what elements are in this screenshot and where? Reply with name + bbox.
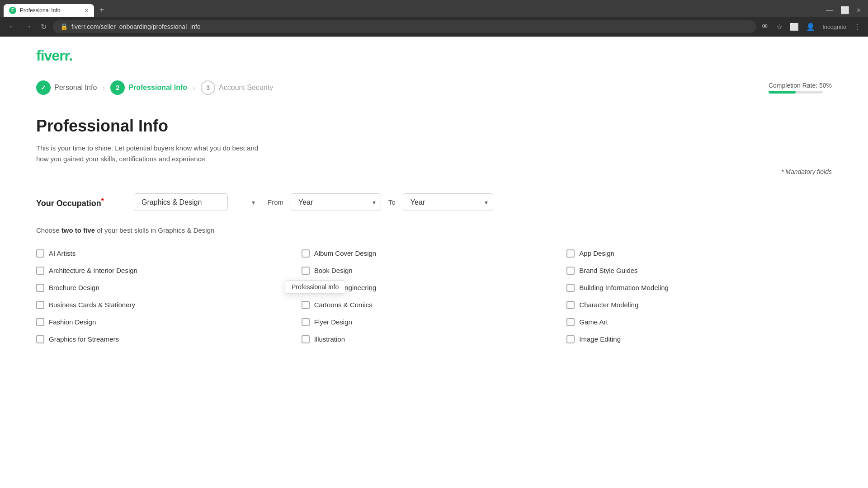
skill-app-design[interactable]: App Design (566, 245, 832, 262)
to-year-select-wrapper[interactable]: Year ▾ (403, 193, 493, 211)
nav-forward-button[interactable]: → (22, 21, 34, 33)
nav-back-button[interactable]: ← (5, 21, 18, 33)
skill-building-engineering-checkbox[interactable] (302, 284, 310, 292)
skill-flyer-design[interactable]: Flyer Design (302, 314, 567, 331)
skill-building-information-modeling[interactable]: Building Information Modeling (566, 279, 832, 296)
skill-app-design-checkbox[interactable] (566, 249, 575, 258)
occupation-select[interactable]: Graphics & Design Programming & Tech Dig… (134, 193, 228, 211)
window-maximize-button[interactable]: ⬜ (837, 5, 853, 15)
occupation-select-wrapper[interactable]: Graphics & Design Programming & Tech Dig… (134, 193, 260, 211)
skill-flyer-design-checkbox[interactable] (302, 318, 310, 326)
skill-cartoons-comics-checkbox[interactable] (302, 301, 310, 309)
skill-illustration-label: Illustration (314, 335, 345, 343)
breadcrumb-arrow-2: › (193, 83, 195, 93)
tab-title: Professional Info (20, 7, 81, 14)
skill-brand-style-guides-checkbox[interactable] (566, 267, 575, 275)
tab-favicon: F (9, 7, 16, 14)
breadcrumb-arrow-1: › (102, 83, 105, 93)
active-tab[interactable]: F Professional Info × (4, 4, 94, 17)
skill-brochure-design-checkbox[interactable] (36, 284, 44, 292)
skill-app-design-label: App Design (579, 249, 614, 257)
occupation-select-chevron: ▾ (252, 199, 255, 206)
skill-flyer-design-label: Flyer Design (314, 318, 352, 326)
new-tab-button[interactable]: + (96, 4, 108, 17)
skill-graphics-for-streamers[interactable]: Graphics for Streamers (36, 331, 302, 348)
page-title: Professional Info (36, 117, 832, 136)
skill-game-art[interactable]: Game Art (566, 314, 832, 331)
skill-album-cover-design[interactable]: Album Cover Design (302, 245, 567, 262)
main-content: Professional Info This is your time to s… (36, 99, 832, 366)
step-2-label: Professional Info (128, 84, 187, 92)
skill-brand-style-guides[interactable]: Brand Style Guides (566, 262, 832, 279)
browser-window: F Professional Info × + — ⬜ × ← → ↻ 🔒 fi… (0, 0, 868, 443)
completion-bar-fill (769, 91, 796, 94)
window-close-button[interactable]: × (853, 5, 864, 15)
skill-business-cards-checkbox[interactable] (36, 301, 44, 309)
skill-graphics-for-streamers-label: Graphics for Streamers (49, 335, 119, 343)
skill-image-editing-checkbox[interactable] (566, 335, 575, 343)
skill-illustration-checkbox[interactable] (302, 335, 310, 343)
occupation-label-text: Your Occupation (36, 199, 101, 208)
window-minimize-button[interactable]: — (822, 5, 837, 15)
skill-brochure-design[interactable]: Brochure Design (36, 279, 302, 296)
bookmark-icon[interactable]: ☆ (774, 21, 784, 33)
page-description: This is your time to shine. Let potentia… (36, 143, 271, 164)
browser-tab-bar: F Professional Info × + — ⬜ × (0, 0, 868, 17)
skill-ai-artists[interactable]: AI Artists (36, 245, 302, 262)
skill-cartoons-comics[interactable]: Cartoons & Comics (302, 296, 567, 314)
skill-building-engineering[interactable]: Building Engineering (302, 279, 567, 296)
skill-business-cards-stationery[interactable]: Business Cards & Stationery (36, 296, 302, 314)
skill-business-cards-label: Business Cards & Stationery (49, 301, 135, 309)
skill-album-cover-design-checkbox[interactable] (302, 249, 310, 258)
nav-refresh-button[interactable]: ↻ (38, 21, 49, 33)
address-bar[interactable]: 🔒 fiverr.com/seller_onboarding/professio… (53, 20, 756, 33)
tab-close-button[interactable]: × (85, 7, 89, 14)
skill-graphics-for-streamers-checkbox[interactable] (36, 335, 44, 343)
skill-ai-artists-checkbox[interactable] (36, 249, 44, 258)
to-year-select[interactable]: Year (403, 193, 493, 211)
skills-instruction-post: of your best skills in Graphics & Design (95, 226, 214, 234)
skill-architecture-label: Architecture & Interior Design (49, 267, 137, 274)
skill-game-art-checkbox[interactable] (566, 318, 575, 326)
breadcrumb-step-professional-info[interactable]: 2 Professional Info (110, 80, 187, 95)
skill-album-cover-design-label: Album Cover Design (314, 249, 377, 257)
skill-fashion-design-checkbox[interactable] (36, 318, 44, 326)
completion-bar-background (769, 91, 823, 94)
breadcrumb-step-account-security[interactable]: 3 Account Security (201, 80, 273, 95)
skill-image-editing[interactable]: Image Editing (566, 331, 832, 348)
fiverr-logo[interactable]: fiverr. (36, 47, 832, 64)
from-year-select-wrapper[interactable]: Year ▾ (291, 193, 381, 211)
mandatory-note: * Mandatory fields (36, 168, 832, 175)
skill-game-art-label: Game Art (579, 318, 608, 326)
skills-instruction-pre: Choose (36, 226, 61, 234)
completion-rate-label: Completion Rate: 50% (769, 82, 832, 89)
profile-icon[interactable]: 👤 (804, 21, 817, 33)
breadcrumb-step-personal-info[interactable]: ✓ Personal Info (36, 80, 97, 95)
skill-illustration[interactable]: Illustration (302, 331, 567, 348)
skill-ai-artists-label: AI Artists (49, 249, 75, 257)
menu-icon[interactable]: ⋮ (852, 21, 863, 33)
skill-architecture-checkbox[interactable] (36, 267, 44, 275)
skill-building-information-modeling-checkbox[interactable] (566, 284, 575, 292)
skill-character-modeling[interactable]: Character Modeling (566, 296, 832, 314)
skill-brand-style-guides-label: Brand Style Guides (579, 267, 637, 274)
skill-character-modeling-checkbox[interactable] (566, 301, 575, 309)
breadcrumb: ✓ Personal Info › 2 Professional Info › … (36, 73, 832, 99)
skill-architecture-interior-design[interactable]: Architecture & Interior Design (36, 262, 302, 279)
browser-nav-bar: ← → ↻ 🔒 fiverr.com/seller_onboarding/pro… (0, 17, 868, 37)
skill-building-engineering-label: Building Engineering (314, 284, 377, 291)
logo-dot: . (69, 47, 72, 64)
skill-brochure-design-label: Brochure Design (49, 284, 99, 291)
window-controls: — ⬜ × (822, 5, 864, 15)
address-bar-lock-icon: 🔒 (60, 23, 68, 30)
address-bar-url[interactable]: fiverr.com/seller_onboarding/professiona… (71, 23, 201, 30)
skills-instruction-bold: two to five (61, 226, 95, 234)
skill-book-design-checkbox[interactable] (302, 267, 310, 275)
step-1-circle: ✓ (36, 80, 51, 95)
skill-fashion-design[interactable]: Fashion Design (36, 314, 302, 331)
from-year-select[interactable]: Year (291, 193, 381, 211)
step-3-circle: 3 (201, 80, 215, 95)
browser-nav-right: 👁 ☆ ⬜ 👤 Incognito ⋮ (760, 21, 863, 33)
skill-book-design[interactable]: Book Design (302, 262, 567, 279)
split-view-icon[interactable]: ⬜ (788, 21, 801, 33)
